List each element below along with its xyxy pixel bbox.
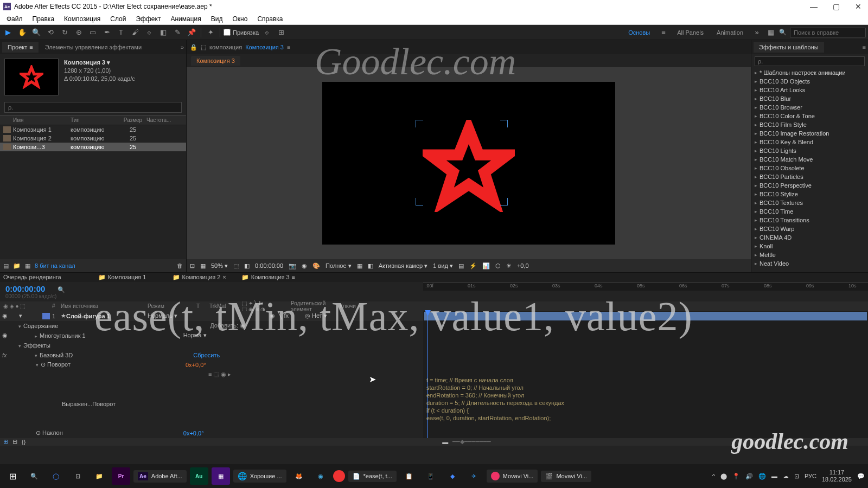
brackets-icon[interactable]: {}: [22, 439, 25, 445]
effect-category[interactable]: BCC10 Stylize: [751, 190, 868, 198]
tray-icon[interactable]: ⊡: [794, 473, 799, 480]
effect-category[interactable]: BCC10 Textures: [751, 198, 868, 207]
effect-category[interactable]: BCC10 Browser: [751, 103, 868, 112]
effect-category[interactable]: BCC10 Film Style: [751, 120, 868, 129]
puppet-tool[interactable]: 📌: [186, 27, 197, 38]
effects-search-input[interactable]: [755, 56, 865, 66]
folder-icon[interactable]: 📁: [13, 262, 21, 269]
rotation-row[interactable]: ▾⊙ Поворот0x+0,0°: [0, 360, 423, 370]
workspace-menu-icon[interactable]: ≡: [658, 27, 669, 38]
effect-category[interactable]: BCC10 Perspective: [751, 181, 868, 190]
effect-category[interactable]: BCC10 Particles: [751, 172, 868, 181]
hand-tool[interactable]: ✋: [16, 27, 28, 38]
zoom-out-icon[interactable]: ▬: [442, 439, 448, 445]
telegram-icon[interactable]: ✈: [465, 467, 483, 485]
tilt-value[interactable]: 0x+0,0°: [183, 430, 204, 436]
tray-volume-icon[interactable]: 🔊: [745, 473, 753, 480]
menu-file[interactable]: Файл: [2, 14, 27, 24]
tray-icon[interactable]: ▬: [771, 473, 777, 479]
panel-menu-icon[interactable]: ≡: [863, 44, 866, 50]
timeline-search-icon[interactable]: 🔍: [58, 286, 65, 293]
mask-icon[interactable]: ◧: [368, 262, 373, 269]
tray-cloud-icon[interactable]: ☁: [783, 473, 789, 480]
snapshot-icon[interactable]: 📷: [289, 262, 296, 269]
menu-view[interactable]: Вид: [207, 14, 227, 24]
layout-icon[interactable]: ▦: [765, 27, 777, 38]
render-queue-tab[interactable]: Очередь рендеринга: [3, 274, 61, 280]
workspace-basics[interactable]: Основы: [623, 29, 655, 36]
rotation-value[interactable]: 0x+0,0°: [186, 362, 206, 368]
resolution-icon[interactable]: ⬚: [233, 262, 239, 269]
language-indicator[interactable]: РУС: [805, 473, 816, 479]
taskbar-app-movavi2[interactable]: 🎬Movavi Vi...: [541, 471, 591, 482]
zoom-tool[interactable]: 🔍: [30, 27, 42, 38]
menu-composition[interactable]: Композиция: [60, 14, 105, 24]
tray-network-icon[interactable]: 🌐: [758, 473, 766, 480]
project-item[interactable]: Компози...3композицию25: [0, 143, 186, 151]
lock-icon[interactable]: 🔒: [190, 44, 197, 51]
views-dropdown[interactable]: 1 вид ▾: [433, 262, 453, 269]
magnify-icon[interactable]: ⊡: [190, 262, 195, 269]
cortana-icon[interactable]: ◯: [47, 467, 65, 485]
expression-text[interactable]: t = time; // Время с начала слоя startRo…: [426, 376, 865, 422]
menu-animation[interactable]: Анимация: [166, 14, 205, 24]
search-button[interactable]: 🔍: [25, 467, 43, 485]
type-tool[interactable]: T: [115, 27, 127, 38]
tray-icon[interactable]: ⬤: [720, 473, 727, 480]
comp2-tab[interactable]: Композиция 2: [182, 274, 221, 280]
zoom-dropdown[interactable]: 50% ▾: [211, 262, 228, 269]
effect-category[interactable]: BCC10 Warp: [751, 224, 868, 233]
effect-category[interactable]: BCC10 Match Move: [751, 155, 868, 164]
maximize-button[interactable]: ▢: [829, 2, 843, 11]
taskbar-app-chrome[interactable]: 🌐Хорошие ...: [233, 470, 286, 483]
grid-icon[interactable]: ▦: [200, 262, 206, 269]
effects-row[interactable]: ▾Эффекты: [0, 341, 423, 350]
time-ruler[interactable]: :00f01s02s03s04s05s06s07s08s09s10s: [423, 282, 868, 291]
resolution-dropdown[interactable]: Полное ▾: [326, 262, 352, 269]
start-button[interactable]: ⊞: [3, 467, 22, 485]
project-item[interactable]: Композиция 2композицию25: [0, 134, 186, 143]
effect-category[interactable]: BCC10 Transitions: [751, 216, 868, 224]
firefox-icon[interactable]: 🦊: [290, 467, 308, 485]
rect-tool[interactable]: ▭: [87, 27, 99, 38]
effect-category[interactable]: Neat Video: [751, 259, 868, 268]
project-item[interactable]: Композиция 1композицию25: [0, 125, 186, 134]
menu-edit[interactable]: Правка: [28, 14, 59, 24]
pen-tool[interactable]: ✒: [101, 27, 113, 38]
basic3d-row[interactable]: fx▾Базовый 3DСбросить: [0, 350, 423, 360]
bit-depth[interactable]: 8 бит на канал: [35, 262, 75, 269]
audition-icon[interactable]: Au: [190, 467, 208, 485]
layer-bar[interactable]: [424, 312, 867, 320]
contents-row[interactable]: ▾СодержаниеДобавить: ◉: [0, 321, 423, 331]
exposure-value[interactable]: +0,0: [517, 262, 529, 269]
transparency-icon[interactable]: ▦: [357, 262, 362, 269]
effect-category[interactable]: BCC10 Image Restoration: [751, 129, 868, 138]
effect-category[interactable]: CINEMA 4D: [751, 233, 868, 242]
app-icon[interactable]: ▦: [212, 467, 230, 485]
menu-window[interactable]: Окно: [228, 14, 252, 24]
effect-category[interactable]: BCC10 Art Looks: [751, 86, 868, 94]
snap-checkbox[interactable]: [224, 29, 231, 36]
close-button[interactable]: ✕: [852, 2, 865, 11]
app-icon[interactable]: ◆: [443, 467, 462, 485]
app-icon[interactable]: 📋: [400, 467, 418, 485]
effect-controls-tab[interactable]: Элементы управления эффектами: [40, 42, 147, 53]
flowchart-icon[interactable]: ⬡: [495, 262, 501, 269]
tray-location-icon[interactable]: 📍: [732, 473, 740, 480]
taskbar-app-notepad[interactable]: 📄*ease(t, t...: [348, 471, 397, 482]
app-icon[interactable]: 📱: [422, 467, 440, 485]
channel-icon[interactable]: ◉: [302, 262, 307, 269]
comp3-tab[interactable]: Композиция 3: [251, 274, 290, 280]
effect-category[interactable]: BCC10 Lights: [751, 146, 868, 155]
roi-icon[interactable]: ◧: [244, 262, 250, 269]
system-clock[interactable]: 11:17 18.02.2025: [822, 469, 852, 483]
brush-tool[interactable]: 🖌: [129, 27, 141, 38]
viewer-nav-icon[interactable]: ⬚: [201, 44, 206, 51]
taskbar-app-movavi1[interactable]: Movavi Vi...: [487, 470, 538, 483]
workspace-allpanels[interactable]: All Panels: [672, 29, 709, 36]
effect-category[interactable]: BCC10 Time: [751, 207, 868, 216]
help-search-input[interactable]: [790, 28, 866, 37]
notifications-icon[interactable]: 💬: [857, 473, 865, 480]
minimize-button[interactable]: —: [807, 2, 821, 11]
effect-category[interactable]: BCC10 Key & Blend: [751, 138, 868, 146]
